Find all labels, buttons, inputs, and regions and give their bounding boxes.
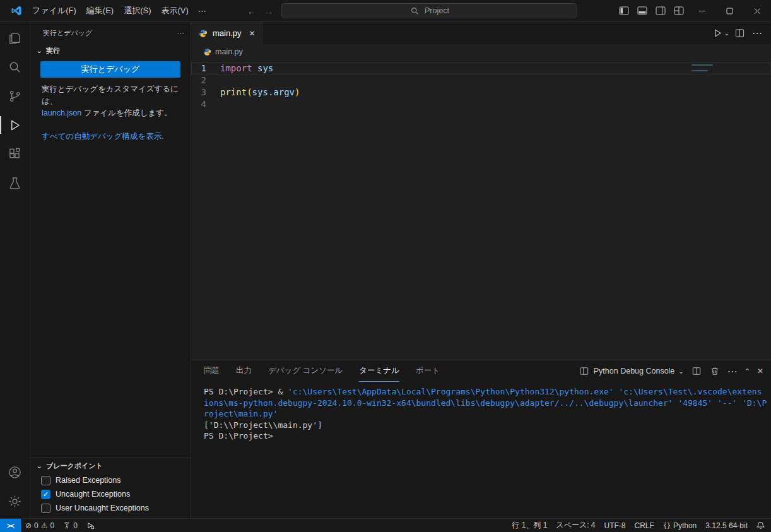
- panel-tab[interactable]: ターミナル: [359, 360, 399, 382]
- menu-bar: ファイル(F)編集(E)選択(S)表示(V): [27, 3, 194, 19]
- nav-forward-icon[interactable]: →: [264, 6, 273, 16]
- code-editor[interactable]: 1import sys23print(sys.argv)4: [191, 59, 771, 360]
- code-line[interactable]: 3print(sys.argv): [191, 86, 771, 98]
- chevron-down-icon: ⌄: [34, 47, 44, 55]
- indentation-status[interactable]: スペース: 4: [551, 520, 599, 531]
- problems-status[interactable]: ⊘ 0 ⚠ 0: [21, 519, 59, 532]
- hint-text-2: ファイルを作成します。: [81, 109, 172, 117]
- tab-main-py[interactable]: main.py ✕: [191, 22, 262, 44]
- code-lines: 1import sys23print(sys.argv)4: [191, 62, 771, 110]
- interpreter-status[interactable]: 3.12.5 64-bit: [701, 521, 752, 530]
- panel-tab[interactable]: デバッグ コンソール: [268, 360, 343, 382]
- source-control-icon[interactable]: [0, 81, 30, 110]
- panel-more-icon[interactable]: ⋯: [727, 365, 738, 377]
- close-icon[interactable]: [743, 0, 771, 21]
- line-number: 1: [191, 62, 220, 74]
- breakpoint-label: Raised Exceptions: [56, 476, 121, 485]
- terminal-output[interactable]: PS D:\Project> & 'c:\Users\Test\AppData\…: [191, 382, 771, 518]
- search-view-icon[interactable]: [0, 52, 30, 81]
- run-python-file-icon[interactable]: [710, 25, 726, 42]
- remote-indicator[interactable]: ><: [0, 519, 21, 532]
- breakpoint-item[interactable]: ✓Uncaught Exceptions: [30, 487, 191, 501]
- toggle-secondary-sidebar-icon[interactable]: [651, 2, 669, 20]
- minimize-icon[interactable]: [688, 0, 715, 21]
- launch-json-link[interactable]: launch.json: [42, 109, 81, 117]
- menu-item[interactable]: ファイル(F): [27, 3, 81, 19]
- breakpoint-item[interactable]: User Uncaught Exceptions: [30, 501, 191, 515]
- code-line[interactable]: 2: [191, 74, 771, 86]
- customize-hint-text: 実行とデバッグをカスタマイズするには、 launch.json ファイルを作成し…: [42, 83, 179, 119]
- command-center-search[interactable]: Project: [281, 3, 577, 18]
- panel-tabs: 問題出力デバッグ コンソールターミナルポート: [204, 360, 456, 382]
- cursor-position-status[interactable]: 行 1、列 1: [507, 520, 551, 531]
- panel-actions: Python Debug Console ⌄ ⋯ ⌃ ✕: [579, 365, 763, 377]
- terminal-line: PS D:\Project>: [204, 430, 771, 442]
- maximize-panel-icon[interactable]: ⌃: [745, 367, 750, 375]
- run-debug-sidebar: 実行とデバッグ ⋯ ⌄ 実行 実行とデバッグ 実行とデバッグをカスタマイズするに…: [30, 22, 191, 518]
- error-icon: ⊘: [25, 521, 32, 530]
- menu-more-icon[interactable]: ⋯: [194, 4, 210, 18]
- panel-tab[interactable]: 問題: [204, 360, 220, 382]
- terminal-line: roject\main.py': [204, 408, 771, 420]
- extensions-icon[interactable]: [0, 139, 30, 168]
- ports-status[interactable]: 0: [59, 519, 82, 532]
- warning-icon: ⚠: [41, 521, 48, 530]
- breakpoint-checkbox[interactable]: ✓: [41, 490, 50, 499]
- run-section-header[interactable]: ⌄ 実行: [30, 44, 191, 57]
- notifications-status[interactable]: [752, 521, 771, 529]
- encoding-status[interactable]: UTF-8: [600, 521, 630, 530]
- toggle-panel-icon[interactable]: [633, 2, 651, 20]
- terminal-dropdown-icon[interactable]: ⌄: [678, 368, 683, 375]
- editor-tab-bar: main.py ✕ ⌄ ⋯: [191, 22, 771, 44]
- split-terminal-icon[interactable]: [691, 365, 702, 377]
- run-and-debug-icon[interactable]: [0, 110, 30, 139]
- breakpoints-section: ⌄ ブレークポイント Raised Exceptions✓Uncaught Ex…: [30, 458, 191, 518]
- breakpoint-item[interactable]: Raised Exceptions: [30, 473, 191, 487]
- debug-status[interactable]: [82, 519, 99, 532]
- show-auto-debug-configs-link[interactable]: すべての自動デバッグ構成を表示.: [42, 131, 179, 142]
- line-number: 2: [191, 74, 220, 86]
- breakpoint-checkbox[interactable]: [41, 476, 50, 485]
- code-line[interactable]: 4: [191, 98, 771, 110]
- panel-header: 問題出力デバッグ コンソールターミナルポート Python Debug Cons…: [191, 360, 771, 382]
- code-line[interactable]: 1import sys: [191, 62, 771, 74]
- tab-close-icon[interactable]: ✕: [249, 29, 256, 38]
- search-label: Project: [425, 6, 449, 15]
- toggle-sidebar-icon[interactable]: [615, 2, 633, 20]
- breakpoint-checkbox[interactable]: [41, 504, 50, 513]
- breadcrumb[interactable]: main.py: [191, 44, 771, 59]
- panel-tab[interactable]: ポート: [416, 360, 440, 382]
- maximize-icon[interactable]: [715, 0, 743, 21]
- title-bar-controls: [615, 0, 771, 21]
- testing-icon[interactable]: [0, 168, 30, 198]
- menu-item[interactable]: 編集(E): [81, 3, 119, 19]
- settings-gear-icon[interactable]: [0, 487, 30, 516]
- active-terminal-item[interactable]: Python Debug Console ⌄: [579, 365, 684, 377]
- kill-terminal-icon[interactable]: [709, 365, 721, 377]
- terminal-line: ['D:\\Project\\main.py']: [204, 420, 771, 431]
- breakpoint-label: Uncaught Exceptions: [56, 490, 130, 499]
- sidebar-title: 実行とデバッグ: [43, 28, 177, 38]
- editor-more-icon[interactable]: ⋯: [750, 25, 765, 42]
- line-number: 4: [191, 98, 220, 110]
- language-status[interactable]: {} Python: [659, 521, 701, 530]
- run-dropdown-icon[interactable]: ⌄: [724, 30, 729, 37]
- menu-item[interactable]: 選択(S): [119, 3, 156, 19]
- run-and-debug-button[interactable]: 実行とデバッグ: [40, 61, 180, 78]
- line-text: print(sys.argv): [220, 86, 300, 98]
- minimap[interactable]: [692, 64, 713, 71]
- menu-bar-group: ファイル(F)編集(E)選択(S)表示(V) ⋯: [0, 3, 210, 19]
- customize-layout-icon[interactable]: [669, 2, 688, 20]
- tab-label: main.py: [213, 28, 242, 38]
- account-icon[interactable]: [0, 458, 30, 487]
- breakpoints-section-header[interactable]: ⌄ ブレークポイント: [30, 458, 191, 473]
- panel-tab[interactable]: 出力: [236, 360, 252, 382]
- explorer-icon[interactable]: [0, 23, 30, 52]
- close-panel-icon[interactable]: ✕: [757, 367, 763, 375]
- sidebar-more-icon[interactable]: ⋯: [177, 29, 184, 37]
- nav-back-icon[interactable]: ←: [247, 6, 256, 16]
- menu-item[interactable]: 表示(V): [156, 3, 194, 19]
- split-editor-icon[interactable]: [732, 25, 747, 42]
- eol-status[interactable]: CRLF: [630, 521, 659, 530]
- python-file-icon: [203, 47, 211, 56]
